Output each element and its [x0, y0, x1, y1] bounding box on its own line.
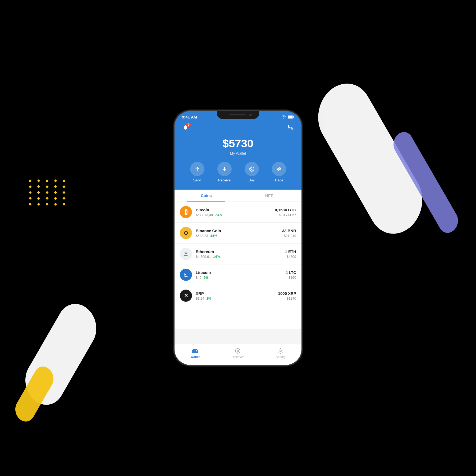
bnb-price: $643,23 [196, 234, 208, 238]
receive-icon [222, 166, 227, 172]
btc-info: Bitcoin $67,813,48 73% [196, 208, 275, 217]
notch-speaker [230, 114, 246, 115]
svg-point-20 [280, 350, 281, 352]
nav-discover[interactable]: Discover [231, 348, 244, 359]
status-time: 9:41 AM [182, 115, 197, 119]
btc-change: 73% [215, 213, 222, 217]
action-buttons: Send Receive [181, 162, 295, 182]
eth-info: Ethereum $4,809,91 14% [196, 249, 285, 259]
coin-item-btc[interactable]: ₿ Bitcoin $67,813,48 73% 0,1584 BTC $10,… [175, 202, 301, 223]
dot-grid-decoration [29, 180, 68, 205]
receive-icon-circle [217, 162, 232, 176]
eth-name: Ethereum [196, 249, 285, 254]
xrp-change: 1% [207, 296, 212, 300]
btc-meta: $67,813,48 73% [196, 213, 275, 217]
eth-meta: $4,809,91 14% [196, 255, 285, 259]
svg-rect-13 [196, 350, 197, 351]
bnb-meta: $643,23 44% [196, 234, 282, 238]
discover-nav-icon [235, 348, 241, 354]
eth-value: $4809 [285, 255, 296, 259]
setting-nav-icon [277, 348, 284, 354]
bnb-icon: ⬡ [180, 227, 192, 239]
bnb-change: 44% [210, 234, 217, 238]
trade-icon-circle [272, 162, 286, 176]
coin-item-ltc[interactable]: Ł Litecoin $40 5% 4 LTC $160 [175, 264, 301, 285]
send-button[interactable]: Send [190, 162, 204, 182]
svg-point-4 [290, 127, 291, 128]
coin-item-bnb[interactable]: ⬡ Binance Coin $643,23 44% 33 BNB $21,21… [175, 223, 301, 244]
eth-balance: 1 ETH $4809 [285, 249, 296, 259]
ltc-icon: Ł [180, 269, 192, 281]
notification-button[interactable]: 2 [181, 123, 190, 132]
btc-amount: 0,1584 BTC [275, 208, 296, 212]
battery-icon [288, 115, 294, 119]
send-label: Send [193, 178, 201, 182]
btc-icon: ₿ [180, 206, 192, 218]
xrp-icon: ✕ [180, 290, 192, 302]
phone-frame: 9:41 AM 2 [175, 111, 301, 365]
receive-button[interactable]: Receive [217, 162, 232, 182]
eth-icon: Ξ [180, 248, 192, 260]
eth-amount: 1 ETH [285, 249, 296, 254]
wallet-label: My Wallet [181, 151, 295, 155]
btc-name: Bitcoin [196, 208, 275, 212]
send-icon [194, 166, 200, 172]
xrp-name: XRP [196, 291, 278, 296]
ltc-value: $160 [285, 276, 296, 280]
receive-label: Receive [218, 178, 231, 182]
tab-coins[interactable]: Coins [175, 190, 238, 202]
svg-rect-1 [293, 116, 294, 117]
buy-icon [249, 166, 255, 172]
notification-badge: 2 [186, 122, 191, 127]
xrp-balance: 1000 XRP $1240 [278, 291, 296, 300]
trade-label: Trade [274, 178, 283, 182]
bnb-balance: 33 BNB $21,219 [282, 228, 296, 238]
wallet-balance: $5730 [181, 138, 295, 150]
svg-rect-2 [288, 116, 292, 118]
status-icons [281, 115, 294, 119]
filter-icon [287, 125, 293, 130]
phone-screen: 9:41 AM 2 [175, 111, 301, 365]
coin-item-xrp[interactable]: ✕ XRP $1,24 1% 1000 XRP $1240 [175, 285, 301, 306]
nav-setting[interactable]: Setting [276, 348, 285, 359]
bnb-name: Binance Coin [196, 228, 282, 233]
phone-notch [217, 111, 259, 119]
bnb-amount: 33 BNB [282, 228, 296, 233]
setting-nav-label: Setting [276, 355, 285, 359]
xrp-value: $1240 [278, 296, 296, 300]
xrp-info: XRP $1,24 1% [196, 291, 278, 300]
coin-list: ₿ Bitcoin $67,813,48 73% 0,1584 BTC $10,… [175, 202, 301, 329]
btc-price: $67,813,48 [196, 213, 213, 217]
discover-nav-label: Discover [231, 355, 244, 359]
bnb-value: $21,219 [282, 234, 296, 238]
ltc-change: 5% [204, 276, 209, 280]
ltc-name: Litecoin [196, 270, 285, 275]
balance-amount: $5730 [181, 138, 295, 150]
buy-button[interactable]: Buy [245, 162, 259, 182]
bnb-info: Binance Coin $643,23 44% [196, 228, 282, 238]
bottom-nav: Wallet Discover Setting [175, 344, 301, 365]
btc-balance: 0,1584 BTC $10,741,57 [275, 208, 296, 217]
xrp-amount: 1000 XRP [278, 291, 296, 296]
xrp-meta: $1,24 1% [196, 296, 278, 300]
coin-item-eth[interactable]: Ξ Ethereum $4,809,91 14% 1 ETH $4809 [175, 244, 301, 264]
send-icon-circle [190, 162, 204, 176]
header-top: 2 [181, 123, 295, 132]
eth-change: 14% [213, 255, 220, 259]
wifi-icon [281, 115, 286, 119]
tabs-container: Coins NFTs [175, 190, 301, 202]
ltc-info: Litecoin $40 5% [196, 270, 285, 280]
ltc-amount: 4 LTC [285, 270, 296, 275]
trade-button[interactable]: Trade [272, 162, 286, 182]
xrp-price: $1,24 [196, 296, 204, 300]
ltc-balance: 4 LTC $160 [285, 270, 296, 280]
buy-label: Buy [249, 178, 254, 182]
nav-wallet[interactable]: Wallet [190, 348, 200, 359]
tab-nfts[interactable]: NFTs [238, 190, 301, 202]
ltc-price: $40 [196, 276, 202, 280]
ltc-meta: $40 5% [196, 276, 285, 280]
buy-icon-circle [245, 162, 259, 176]
trade-icon [276, 166, 282, 172]
filter-settings-button[interactable] [286, 123, 295, 132]
wallet-nav-label: Wallet [190, 355, 200, 359]
